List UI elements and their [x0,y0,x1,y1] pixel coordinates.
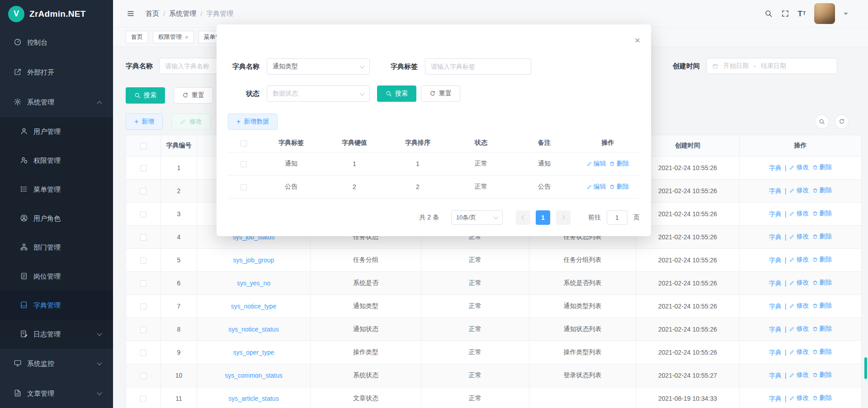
dict-link[interactable]: 字典 [769,187,782,195]
edit-link[interactable]: 修改 [789,209,809,218]
row-checkbox[interactable] [140,188,146,195]
row-checkbox[interactable] [140,396,146,402]
row-checkbox[interactable] [241,184,247,190]
row-checkbox[interactable] [140,165,146,171]
delete-link[interactable]: 删除 [812,209,832,218]
table-refresh-icon[interactable] [835,114,849,129]
breadcrumb-home[interactable]: 首页 [146,9,159,18]
row-checkbox[interactable] [140,373,146,379]
page-size-select[interactable]: 10条/页 [451,210,503,225]
page-1-button[interactable]: 1 [536,210,550,225]
sidebar-item-departments[interactable]: 部门管理 [0,233,113,262]
user-avatar[interactable] [814,3,835,24]
row-checkbox[interactable] [140,257,146,264]
row-checkbox[interactable] [140,350,146,356]
prev-page-button[interactable] [516,210,530,225]
edit-link[interactable]: 修改 [789,325,809,333]
status-select[interactable]: 数据状态 [267,85,370,102]
delete-link[interactable]: 删除 [812,279,832,287]
sidebar-item-users[interactable]: 用户管理 [0,117,113,146]
dict-link[interactable]: 字典 [769,256,782,265]
dict-type-link[interactable]: sys_article_status [228,395,278,402]
sidebar-item-external[interactable]: 外部打开 [0,57,113,87]
next-page-button[interactable] [556,210,571,225]
dialog-close-icon[interactable]: × [635,35,640,45]
dict-name-select[interactable]: 通知类型 [267,58,370,75]
sidebar-item-permissions[interactable]: 权限管理 [0,146,113,175]
edit-link[interactable]: 修改 [789,186,809,195]
row-checkbox[interactable] [140,234,146,241]
dict-type-link[interactable]: sys_oper_type [233,349,274,356]
sidebar-item-system[interactable]: 系统管理 [0,87,113,117]
sidebar-item-monitor[interactable]: 系统监控 [0,349,113,379]
delete-link[interactable]: 删除 [812,394,832,402]
table-search-icon[interactable] [815,114,829,129]
edit-button[interactable]: 修改 [171,114,211,130]
scrollbar-thumb[interactable] [864,357,867,379]
hamburger-icon[interactable] [127,9,135,18]
page-scrollbar[interactable] [863,0,868,408]
sidebar-item-posts[interactable]: 岗位管理 [0,262,113,291]
dict-link[interactable]: 字典 [769,280,782,288]
dialog-search-button[interactable]: 搜索 [377,85,416,102]
date-range-picker[interactable]: 开始日期 - 结束日期 [706,58,837,74]
search-icon[interactable] [764,9,773,18]
dict-type-link[interactable]: sys_notice_type [231,303,276,310]
delete-link[interactable]: 删除 [812,302,832,310]
dialog-reset-button[interactable]: 重置 [421,85,460,102]
sidebar-item-roles[interactable]: 用户角色 [0,204,113,233]
edit-link[interactable]: 修改 [789,302,809,310]
delete-link[interactable]: 删除 [609,160,629,168]
delete-link[interactable]: 删除 [812,325,832,333]
edit-link[interactable]: 编辑 [587,183,606,191]
dict-link[interactable]: 字典 [769,210,782,218]
dict-link[interactable]: 字典 [769,349,782,357]
delete-link[interactable]: 删除 [812,256,832,264]
caret-down-icon[interactable] [844,13,848,17]
row-checkbox[interactable] [140,211,146,218]
row-checkbox[interactable] [140,327,146,333]
dict-link[interactable]: 字典 [769,395,782,403]
reset-button[interactable]: 重置 [174,87,213,104]
sidebar-item-dictionary[interactable]: 字典管理 [0,291,113,320]
dict-link[interactable]: 字典 [769,233,782,242]
dict-link[interactable]: 字典 [769,372,782,380]
dict-link[interactable]: 字典 [769,164,782,172]
edit-link[interactable]: 修改 [789,279,809,287]
delete-link[interactable]: 删除 [812,186,832,195]
tab-home[interactable]: 首页 [126,31,148,43]
dict-link[interactable]: 字典 [769,326,782,334]
row-checkbox[interactable] [140,304,146,310]
breadcrumb-system[interactable]: 系统管理 [169,9,196,18]
sidebar-item-menus[interactable]: 菜单管理 [0,175,113,204]
select-all-checkbox[interactable] [140,143,146,149]
edit-link[interactable]: 修改 [789,394,809,402]
app-logo[interactable]: V ZrAdmin.NET [0,0,113,28]
dict-type-link[interactable]: sys_yes_no [237,280,270,287]
dict-type-link[interactable]: sys_common_status [225,372,283,379]
delete-link[interactable]: 删除 [812,371,832,379]
edit-link[interactable]: 修改 [789,256,809,264]
delete-link[interactable]: 删除 [812,163,832,171]
font-size-icon[interactable]: TT [798,10,806,18]
row-checkbox[interactable] [140,280,146,287]
edit-link[interactable]: 修改 [789,348,809,356]
dict-type-link[interactable]: sys_job_group [233,256,274,264]
edit-link[interactable]: 修改 [789,232,809,241]
sidebar-item-articles[interactable]: 文章管理 [0,379,113,408]
dict-type-link[interactable]: sys_notice_status [228,326,278,333]
delete-link[interactable]: 删除 [812,348,832,356]
fullscreen-icon[interactable] [781,9,789,18]
sidebar-item-logs[interactable]: 日志管理 [0,320,113,349]
search-button[interactable]: 搜索 [126,87,165,104]
goto-page-input[interactable] [607,210,627,225]
delete-link[interactable]: 删除 [609,183,629,191]
delete-link[interactable]: 删除 [812,232,832,241]
dict-label-input[interactable] [425,58,531,75]
edit-link[interactable]: 修改 [789,371,809,379]
select-all-checkbox[interactable] [241,140,247,147]
row-checkbox[interactable] [241,161,247,167]
tab-permissions[interactable]: 权限管理× [153,31,194,43]
dict-link[interactable]: 字典 [769,303,782,311]
sidebar-item-dashboard[interactable]: 控制台 [0,28,113,57]
